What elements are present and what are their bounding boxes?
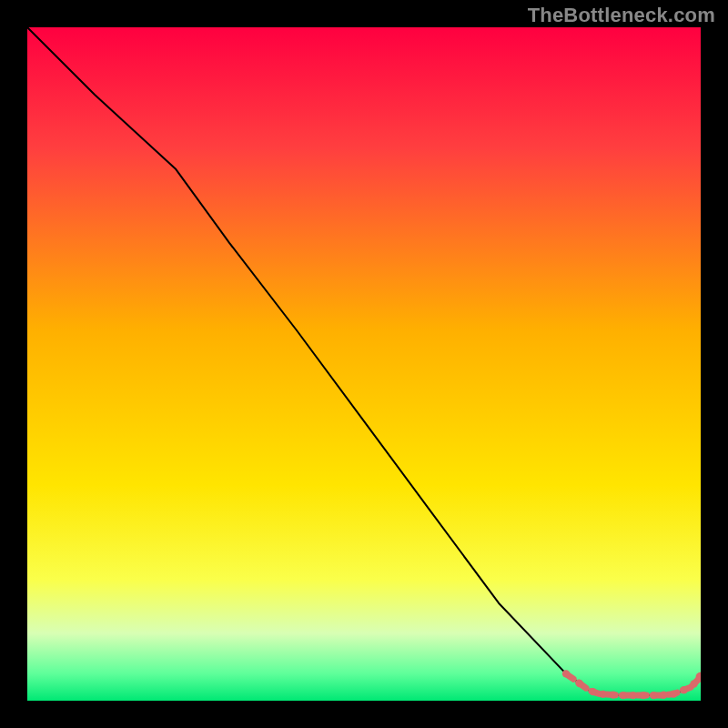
gradient-background	[27, 27, 701, 701]
marker-dot	[610, 691, 617, 698]
marker-dot	[660, 692, 667, 699]
marker-dot	[670, 690, 677, 697]
chart-frame: TheBottleneck.com	[0, 0, 728, 728]
marker-dot	[690, 680, 697, 687]
watermark-text: TheBottleneck.com	[528, 4, 715, 27]
marker-dot	[640, 692, 647, 699]
marker-dot	[562, 670, 570, 677]
marker-dot	[630, 692, 637, 699]
marker-dot	[680, 686, 687, 693]
marker-dot	[650, 692, 657, 699]
chart-canvas	[27, 27, 701, 701]
marker-dot	[620, 692, 627, 699]
marker-dot	[600, 691, 607, 698]
marker-dot	[589, 688, 596, 695]
marker-dot	[576, 680, 583, 687]
